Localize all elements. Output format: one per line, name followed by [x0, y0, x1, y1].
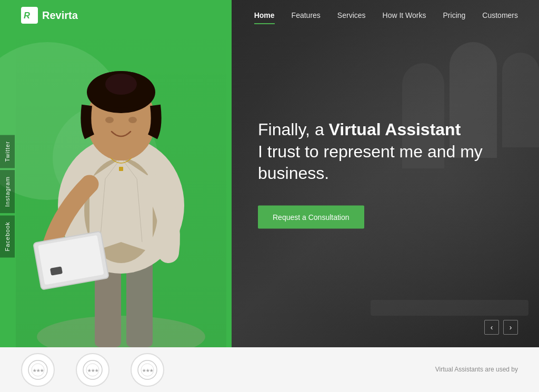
partner-badge-2: ★★★: [76, 353, 109, 387]
social-twitter[interactable]: Facebook: [0, 215, 15, 257]
navbar: R Revirta Home Features Services How It …: [0, 0, 539, 31]
nav-item-features[interactable]: Features: [292, 11, 321, 20]
brand-logo[interactable]: R Revirta: [21, 7, 78, 24]
nav-link-customers[interactable]: Customers: [482, 11, 518, 19]
headline-bold: Virtual Assistant: [329, 120, 461, 139]
bg-table: [371, 300, 528, 316]
person-svg: [21, 32, 221, 347]
social-sidebar: Twitter Instagram Facebook: [0, 135, 15, 258]
partner-badge-3: ★★★: [131, 353, 164, 387]
hero-person-image: [16, 21, 226, 347]
bottom-bar: ★★★ ★★★ ★★★ Virtual Assistants are used …: [0, 347, 539, 392]
nav-item-how-it-works[interactable]: How It Works: [383, 11, 426, 20]
nav-item-pricing[interactable]: Pricing: [443, 11, 466, 20]
nav-link-pricing[interactable]: Pricing: [443, 11, 466, 19]
nav-link-services[interactable]: Services: [337, 11, 366, 19]
svg-point-11: [105, 117, 114, 123]
nav-item-home[interactable]: Home: [254, 11, 275, 20]
hero-content: Finally, a Virtual Assistant I trust to …: [258, 119, 490, 229]
logo-icon: R: [21, 7, 38, 24]
svg-text:★★★: ★★★: [33, 368, 44, 373]
headline-part2: I trust to represent me and my business.: [258, 142, 483, 183]
partner-badge-1: ★★★: [21, 353, 55, 387]
bg-figure-3: [502, 53, 539, 147]
slider-next-button[interactable]: ›: [503, 320, 518, 335]
headline-part1: Finally, a: [258, 120, 329, 139]
svg-point-12: [128, 117, 137, 123]
svg-text:★★★: ★★★: [87, 368, 99, 373]
social-facebook[interactable]: Twitter: [0, 135, 15, 168]
partner-logos: ★★★ ★★★ ★★★: [21, 353, 164, 387]
hero-headline: Finally, a Virtual Assistant I trust to …: [258, 119, 490, 185]
nav-item-services[interactable]: Services: [337, 11, 366, 20]
nav-links: Home Features Services How It Works Pric…: [254, 11, 518, 20]
slider-controls: ‹ ›: [484, 320, 518, 335]
social-instagram[interactable]: Instagram: [0, 170, 15, 213]
hero-left-panel: [0, 0, 232, 347]
bottom-tagline: Virtual Assistants are used by: [435, 365, 518, 374]
nav-link-features[interactable]: Features: [292, 11, 321, 19]
slider-prev-button[interactable]: ‹: [484, 320, 499, 335]
hero-section: Finally, a Virtual Assistant I trust to …: [0, 0, 539, 347]
nav-link-home[interactable]: Home: [254, 11, 275, 19]
brand-name: Revirta: [42, 9, 78, 22]
svg-text:★★★: ★★★: [142, 368, 154, 373]
nav-item-customers[interactable]: Customers: [482, 11, 518, 20]
cta-button[interactable]: Request a Consultation: [258, 205, 364, 228]
svg-rect-13: [119, 167, 123, 171]
nav-link-how-it-works[interactable]: How It Works: [383, 11, 426, 19]
svg-text:R: R: [24, 11, 30, 20]
svg-point-10: [105, 74, 137, 95]
